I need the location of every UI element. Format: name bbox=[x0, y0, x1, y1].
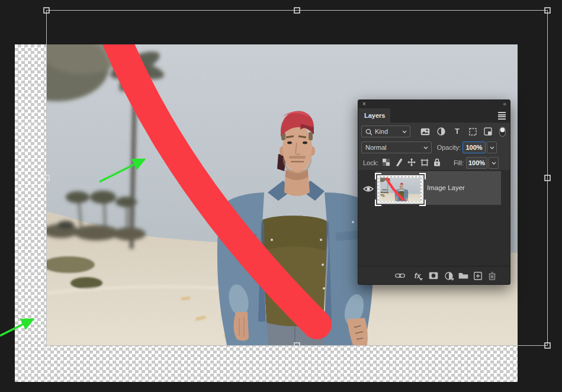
panel-bottom-bar: fx bbox=[358, 266, 510, 284]
lock-label: Lock: bbox=[363, 157, 378, 169]
link-layers-icon[interactable] bbox=[394, 271, 406, 281]
panel-menu-icon[interactable] bbox=[498, 112, 506, 119]
chevron-down-icon bbox=[490, 146, 494, 149]
opacity-dropdown-button[interactable] bbox=[487, 142, 497, 153]
kind-label: Kind bbox=[375, 128, 388, 135]
transform-handle-top-center[interactable] bbox=[294, 8, 300, 13]
panel-close-icon[interactable]: × bbox=[362, 101, 366, 108]
type-layers-filter-icon[interactable]: T bbox=[451, 126, 463, 137]
layer-thumbnail-image bbox=[380, 178, 420, 201]
new-adjustment-layer-icon[interactable] bbox=[443, 271, 455, 281]
layer-list: Image Layer bbox=[358, 170, 510, 267]
layer-thumbnail[interactable] bbox=[377, 175, 423, 204]
panel-collapse-icon[interactable]: « bbox=[503, 100, 506, 108]
pixel-layers-filter-icon[interactable] bbox=[419, 126, 431, 137]
opacity-label: Opacity: bbox=[433, 142, 461, 153]
thumbnail-bracket bbox=[419, 173, 426, 179]
fill-label: Fill: bbox=[441, 157, 464, 169]
thumbnail-bracket bbox=[375, 173, 381, 179]
fill-dropdown-button[interactable] bbox=[489, 157, 499, 169]
transform-handle-top-left[interactable] bbox=[44, 8, 49, 13]
blend-mode-select[interactable]: Normal bbox=[361, 142, 432, 153]
layers-panel: × « Layers Kind T Normal Opacity: 100% bbox=[358, 99, 510, 285]
search-icon bbox=[365, 128, 372, 136]
chevron-down-icon bbox=[402, 130, 407, 133]
delete-layer-icon[interactable] bbox=[486, 271, 498, 281]
thumbnail-bracket bbox=[419, 200, 426, 206]
layer-row[interactable]: Image Layer bbox=[358, 171, 510, 205]
new-group-icon[interactable] bbox=[457, 271, 469, 281]
layer-name[interactable]: Image Layer bbox=[427, 171, 465, 205]
kind-filter-select[interactable]: Kind bbox=[361, 126, 410, 137]
lock-position-icon[interactable] bbox=[406, 157, 417, 168]
filter-toggle[interactable] bbox=[496, 126, 508, 137]
transform-handle-bottom-right[interactable] bbox=[545, 343, 550, 348]
layer-visibility-eye-icon[interactable] bbox=[363, 184, 374, 195]
type-glyph: T bbox=[455, 126, 460, 137]
fill-value-field[interactable]: 100% bbox=[466, 157, 487, 169]
transform-handle-top-right[interactable] bbox=[545, 8, 550, 13]
photoshop-workspace: { "window": { "background_color": "#1c1c… bbox=[0, 0, 562, 392]
panel-tabstrip: Layers bbox=[358, 108, 510, 123]
adjustment-layers-filter-icon[interactable] bbox=[435, 126, 447, 137]
triangle-down-icon bbox=[419, 278, 423, 281]
lock-artboard-icon[interactable] bbox=[419, 157, 430, 168]
lock-transparent-pixels-icon[interactable] bbox=[381, 157, 391, 168]
shape-layers-filter-icon[interactable] bbox=[467, 126, 478, 137]
blend-mode-value: Normal bbox=[365, 144, 386, 151]
lock-image-pixels-icon[interactable] bbox=[393, 157, 404, 168]
add-layer-mask-icon[interactable] bbox=[428, 271, 439, 281]
smart-objects-filter-icon[interactable] bbox=[482, 126, 494, 137]
chevron-down-icon bbox=[492, 162, 496, 165]
chevron-down-icon bbox=[423, 146, 428, 149]
new-layer-icon[interactable] bbox=[472, 271, 484, 281]
triangle-down-icon bbox=[451, 278, 454, 281]
tab-layers[interactable]: Layers bbox=[358, 108, 390, 123]
layer-effects-icon[interactable]: fx bbox=[412, 271, 423, 281]
transform-handle-middle-right[interactable] bbox=[545, 175, 550, 181]
opacity-value-field[interactable]: 100% bbox=[463, 142, 486, 153]
thumbnail-bracket bbox=[375, 200, 381, 206]
panel-titlebar: × « bbox=[358, 100, 510, 108]
